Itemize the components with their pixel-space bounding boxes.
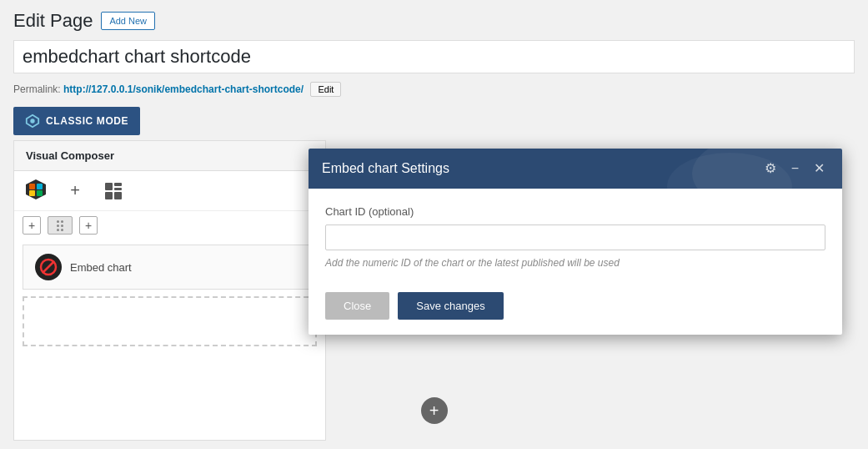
modal-footer: Close Save changes xyxy=(309,282,842,335)
chart-id-label: Chart ID (optional) xyxy=(325,205,825,218)
vc-header: Visual Composer xyxy=(14,141,325,171)
modal-minimize-button[interactable]: − xyxy=(787,160,803,177)
vc-row-add-before-button[interactable]: + xyxy=(23,216,41,235)
classic-mode-bar: CLASSIC MODE xyxy=(0,102,868,140)
vc-row-add-after-button[interactable]: + xyxy=(79,216,98,235)
svg-rect-8 xyxy=(105,183,113,190)
add-element-button[interactable]: + xyxy=(421,397,448,424)
chart-id-hint: Add the numeric ID of the chart or the l… xyxy=(325,257,825,269)
svg-marker-2 xyxy=(26,179,46,199)
vc-logo xyxy=(24,178,48,204)
page-title: Edit Page xyxy=(13,10,93,32)
svg-rect-4 xyxy=(29,184,35,189)
chart-id-input[interactable] xyxy=(325,224,825,250)
modal-close-header-button[interactable]: ✕ xyxy=(810,160,829,177)
embed-chart-icon xyxy=(35,254,62,280)
vc-toolbar: + xyxy=(14,171,325,211)
classic-mode-label: CLASSIC MODE xyxy=(46,115,128,127)
modal-close-button[interactable]: Close xyxy=(325,292,389,320)
page-header: Edit Page Add New xyxy=(0,0,868,32)
modal-save-button[interactable]: Save changes xyxy=(398,292,503,320)
permalink-url[interactable]: http://127.0.0.1/sonik/embedchart-chart-… xyxy=(63,83,304,95)
visual-composer-panel: Visual Composer + xyxy=(13,140,326,441)
vc-element-row: Embed chart xyxy=(23,245,317,290)
modal-body: Chart ID (optional) Add the numeric ID o… xyxy=(309,189,842,282)
permalink-row: Permalink: http://127.0.0.1/sonik/embedc… xyxy=(0,78,868,102)
svg-rect-12 xyxy=(114,192,122,199)
vc-row-controls: + + xyxy=(14,211,325,240)
modal-dialog: Embed chart Settings ⚙ − ✕ Chart ID (opt… xyxy=(309,149,842,335)
modal-settings-button[interactable]: ⚙ xyxy=(760,160,780,177)
svg-rect-5 xyxy=(37,184,43,189)
edit-permalink-button[interactable]: Edit xyxy=(310,82,341,97)
modal-header-actions: ⚙ − ✕ xyxy=(760,160,829,177)
embed-chart-label: Embed chart xyxy=(70,261,132,274)
modal-header: Embed chart Settings ⚙ − ✕ xyxy=(309,149,842,189)
vc-add-area xyxy=(23,296,317,346)
svg-rect-10 xyxy=(114,188,122,190)
svg-rect-9 xyxy=(114,183,122,186)
add-element-area: + xyxy=(421,397,448,424)
vc-layout-button[interactable] xyxy=(103,180,124,202)
svg-rect-11 xyxy=(105,192,113,199)
add-new-button[interactable]: Add New xyxy=(101,12,155,30)
page-title-input[interactable] xyxy=(13,40,855,73)
title-row xyxy=(0,32,868,78)
modal-title: Embed chart Settings xyxy=(322,161,449,176)
classic-mode-button[interactable]: CLASSIC MODE xyxy=(13,107,140,135)
vc-add-element-button[interactable]: + xyxy=(64,180,86,202)
svg-point-1 xyxy=(30,119,34,123)
svg-rect-7 xyxy=(37,190,43,196)
permalink-label: Permalink: xyxy=(13,83,61,95)
main-area: Visual Composer + xyxy=(0,140,868,449)
vc-drag-handle[interactable] xyxy=(48,216,73,235)
classic-mode-icon xyxy=(25,114,40,129)
svg-rect-6 xyxy=(29,190,35,196)
